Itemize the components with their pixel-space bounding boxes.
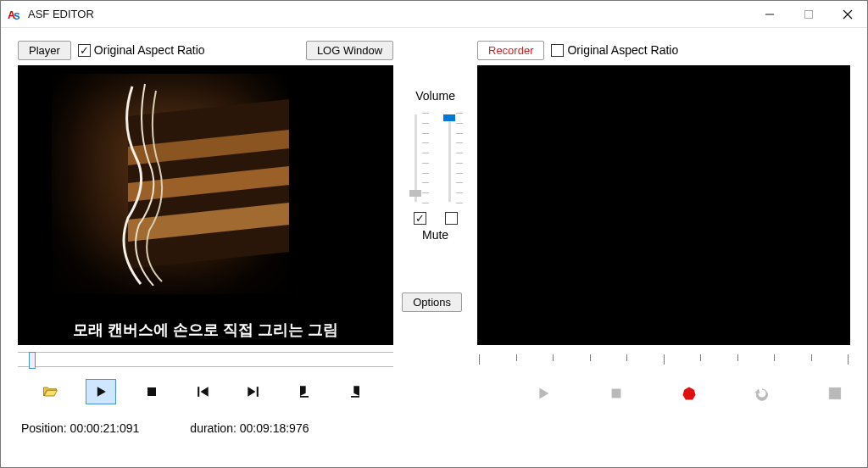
minimize-button[interactable] <box>750 1 789 28</box>
recorder-seek-slider[interactable] <box>477 352 850 369</box>
volume-slider-left[interactable] <box>410 109 427 207</box>
player-transport <box>18 377 393 406</box>
undo-button[interactable] <box>747 381 777 406</box>
volume-slider-right[interactable] <box>444 109 461 207</box>
stop-button[interactable] <box>136 379 167 404</box>
app-icon: AS <box>8 7 23 22</box>
svg-rect-8 <box>257 387 259 397</box>
recorder-aspect-checkbox[interactable]: Original Aspect Ratio <box>551 43 678 57</box>
player-button[interactable]: Player <box>18 41 71 60</box>
recorder-stop-button[interactable] <box>601 381 632 406</box>
close-button[interactable] <box>828 1 867 28</box>
window-title: ASF EDITOR <box>28 8 94 20</box>
volume-label: Volume <box>415 89 455 103</box>
mute-label: Mute <box>422 228 448 242</box>
mark-in-button[interactable] <box>289 379 320 404</box>
player-seek-slider[interactable] <box>18 352 393 367</box>
mark-out-button[interactable] <box>340 379 370 404</box>
checkbox-icon <box>414 212 426 225</box>
svg-rect-6 <box>147 387 156 396</box>
svg-marker-10 <box>683 387 696 400</box>
svg-rect-9 <box>612 389 620 398</box>
recorder-video <box>477 65 850 345</box>
checkbox-icon <box>445 212 458 225</box>
duration-readout: duration: 00:09:18:976 <box>190 421 309 435</box>
volume-pane: Volume Mute Options <box>402 38 469 435</box>
volume-left-checkbox[interactable] <box>414 212 426 225</box>
player-aspect-checkbox[interactable]: Original Aspect Ratio <box>78 43 205 57</box>
options-button[interactable]: Options <box>402 292 462 312</box>
slider-thumb-icon <box>409 190 421 197</box>
svg-rect-7 <box>198 387 199 397</box>
volume-right-checkbox[interactable] <box>445 212 458 225</box>
player-video: 모래 캔버스에 손으로 직접 그리는 그림 <box>18 65 393 345</box>
player-pane: Player Original Aspect Ratio LOG Window <box>18 38 393 435</box>
log-window-button[interactable]: LOG Window <box>306 41 393 60</box>
svg-text:S: S <box>14 11 19 21</box>
recorder-button[interactable]: Recorder <box>477 41 544 60</box>
position-readout: Position: 00:00:21:091 <box>21 421 139 435</box>
video-frame-image <box>52 74 289 294</box>
play-button[interactable] <box>86 379 116 404</box>
slider-thumb-icon <box>29 352 36 369</box>
checkbox-icon <box>551 44 564 57</box>
maximize-button[interactable] <box>789 1 828 28</box>
prev-frame-button[interactable] <box>187 379 218 404</box>
open-file-button[interactable] <box>35 379 65 404</box>
checkbox-icon <box>78 44 91 57</box>
recorder-aspect-label: Original Aspect Ratio <box>567 43 678 57</box>
svg-rect-14 <box>831 393 833 395</box>
video-caption: 모래 캔버스에 손으로 직접 그리는 그림 <box>18 320 393 340</box>
recorder-pane: Recorder Original Aspect Ratio <box>477 38 850 435</box>
player-status: Position: 00:00:21:091 duration: 00:09:1… <box>18 421 393 435</box>
next-frame-button[interactable] <box>238 379 269 404</box>
svg-rect-15 <box>834 393 837 395</box>
export-button[interactable] <box>820 381 850 406</box>
record-button[interactable] <box>674 381 704 406</box>
player-aspect-label: Original Aspect Ratio <box>94 43 205 57</box>
recorder-transport <box>477 379 850 408</box>
svg-rect-3 <box>805 10 813 18</box>
svg-rect-13 <box>834 389 837 392</box>
recorder-play-button[interactable] <box>528 381 559 406</box>
slider-thumb-icon <box>443 114 455 121</box>
titlebar: AS ASF EDITOR <box>1 1 867 28</box>
svg-rect-12 <box>831 389 833 392</box>
